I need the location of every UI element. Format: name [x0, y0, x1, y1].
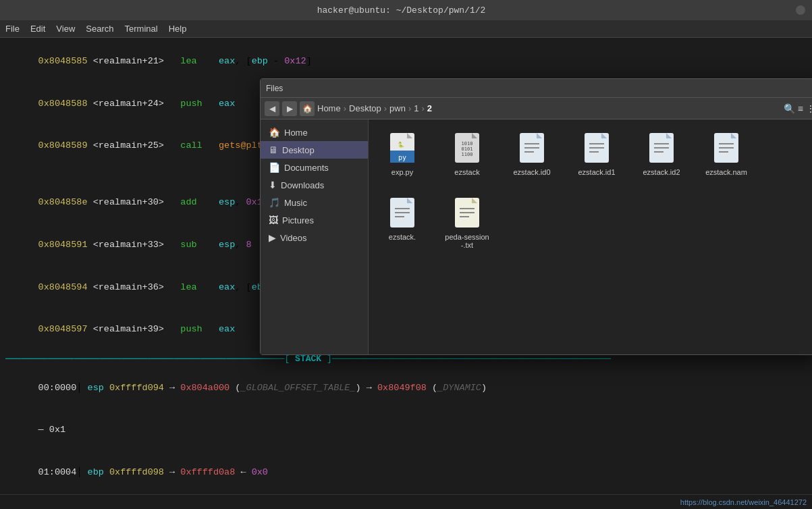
file-ezstack-id2[interactable]: ezstack.id2	[634, 126, 688, 180]
file-exp-py[interactable]: py 🐍 exp.py	[375, 126, 429, 180]
file-ezstack-dot[interactable]: ezstack.	[375, 191, 429, 253]
stack-line-0b: — 0x1	[5, 409, 807, 452]
sidebar-item-videos[interactable]: ▶ Videos	[261, 229, 368, 246]
binary-file-icon: 1010 0101 1100	[451, 130, 483, 165]
fm-title: Files	[266, 84, 283, 93]
doc-file-icon-id2	[645, 130, 678, 165]
status-url: https://blog.csdn.net/weixin_46441272	[680, 498, 807, 506]
sidebar-item-documents[interactable]: 📄 Documents	[261, 159, 368, 176]
menu-bar: File Edit View Search Terminal Help	[0, 20, 812, 38]
sidebar-label-downloads: Downloads	[281, 180, 324, 190]
file-name-ezstack-id1: ezstack.id1	[578, 168, 615, 176]
sidebar-label-desktop: Desktop	[282, 145, 315, 155]
file-ezstack-nam[interactable]: ezstack.nam	[699, 126, 753, 180]
fm-nav-bar: ◀ ▶ 🏠 Home › Desktop › pwn › 1 › 2 🔍 ≡ ⋮	[261, 98, 812, 119]
fm-search-button[interactable]: 🔍	[784, 103, 795, 114]
doc-file-icon-id0	[516, 130, 548, 165]
window-title: hacker@ubuntu: ~/Desktop/pwn/1/2	[7, 5, 796, 16]
filemanager-overlay: Files ◀ ▶ 🏠 Home › Desktop › pwn › 1 › 2	[260, 78, 812, 355]
sidebar-item-music[interactable]: 🎵 Music	[261, 194, 368, 211]
svg-text:py: py	[398, 154, 406, 161]
breadcrumb-2[interactable]: 2	[427, 103, 432, 113]
close-button[interactable]	[796, 5, 805, 15]
sidebar-label-home: Home	[284, 128, 308, 138]
sidebar-item-home[interactable]: 🏠 Home	[261, 124, 368, 141]
file-peda-session[interactable]: peda-session-.txt	[440, 191, 494, 253]
sidebar-label-music: Music	[284, 198, 307, 208]
breadcrumb-home[interactable]: Home	[317, 103, 341, 113]
music-icon: 🎵	[269, 197, 280, 208]
status-bar: https://blog.csdn.net/weixin_46441272	[0, 494, 812, 509]
sidebar-label-documents: Documents	[284, 163, 329, 173]
terminal-window: hacker@ubuntu: ~/Desktop/pwn/1/2 File Ed…	[0, 0, 812, 509]
stack-line-0: 00:0000│ esp 0xffffd094 → 0x804a000 (_GL…	[5, 367, 807, 410]
menu-search[interactable]: Search	[86, 24, 113, 34]
fm-menu-button[interactable]: ⋮	[806, 103, 812, 114]
sidebar-label-pictures: Pictures	[282, 215, 314, 225]
file-name-ezstack-nam: ezstack.nam	[705, 168, 747, 176]
fm-forward-button[interactable]: ▶	[282, 101, 297, 116]
stack-line-1: 01:0004│ ebp 0xffffd098 → 0xffffd0a8 ← 0…	[5, 452, 807, 494]
fm-files-grid: py 🐍 exp.py	[375, 126, 812, 253]
fm-home-button[interactable]: 🏠	[300, 101, 315, 116]
fm-body: 🏠 Home 🖥 Desktop 📄 Documents ⬇ Downloads	[261, 119, 812, 354]
sidebar-label-videos: Videos	[280, 233, 307, 243]
file-name-ezstack-dot: ezstack.	[389, 233, 416, 241]
sidebar-item-desktop[interactable]: 🖥 Desktop	[261, 141, 368, 159]
file-ezstack[interactable]: 1010 0101 1100 ezstack	[440, 126, 494, 180]
file-name-peda-session: peda-session-.txt	[443, 233, 491, 249]
sidebar-item-pictures[interactable]: 🖼 Pictures	[261, 211, 368, 229]
title-bar: hacker@ubuntu: ~/Desktop/pwn/1/2	[0, 0, 812, 20]
breadcrumb-pwn[interactable]: pwn	[389, 103, 406, 113]
videos-icon: ▶	[269, 232, 276, 243]
home-icon: 🏠	[269, 127, 280, 138]
file-name-ezstack-id2: ezstack.id2	[643, 168, 680, 176]
svg-text:1100: 1100	[462, 152, 473, 157]
menu-terminal[interactable]: Terminal	[125, 24, 158, 34]
terminal-content: 0x8048585 <realmain+21> lea eax, [ebp - …	[0, 38, 812, 494]
txt-file-icon	[451, 195, 483, 230]
downloads-icon: ⬇	[269, 180, 277, 190]
fm-sidebar: 🏠 Home 🖥 Desktop 📄 Documents ⬇ Downloads	[261, 119, 369, 354]
doc-file-icon-nam	[710, 130, 742, 165]
menu-view[interactable]: View	[56, 24, 75, 34]
breadcrumb-desktop[interactable]: Desktop	[349, 103, 381, 113]
fm-title-bar: Files	[261, 79, 812, 98]
menu-edit[interactable]: Edit	[30, 24, 45, 34]
file-ezstack-id1[interactable]: ezstack.id1	[570, 126, 624, 180]
svg-text:0101: 0101	[462, 146, 473, 152]
python-file-icon: py 🐍	[386, 130, 418, 165]
file-ezstack-id0[interactable]: ezstack.id0	[505, 126, 559, 180]
fm-main: py 🐍 exp.py	[369, 119, 812, 354]
file-name-ezstack: ezstack	[454, 168, 479, 176]
doc-file-icon-dot	[386, 195, 418, 230]
asm-line-1: 0x8048585 <realmain+21> lea eax, [ebp - …	[5, 41, 807, 83]
breadcrumb-1[interactable]: 1	[414, 103, 418, 113]
pictures-icon: 🖼	[269, 215, 278, 225]
menu-file[interactable]: File	[5, 24, 20, 34]
file-name-exp-py: exp.py	[391, 168, 413, 176]
sidebar-item-downloads[interactable]: ⬇ Downloads	[261, 176, 368, 194]
fm-list-button[interactable]: ≡	[798, 103, 803, 114]
documents-icon: 📄	[269, 162, 280, 173]
file-name-ezstack-id0: ezstack.id0	[513, 168, 550, 176]
menu-help[interactable]: Help	[169, 24, 187, 34]
fm-breadcrumb: Home › Desktop › pwn › 1 › 2	[317, 103, 781, 113]
fm-back-button[interactable]: ◀	[265, 101, 279, 116]
svg-text:🐍: 🐍	[398, 141, 404, 148]
svg-text:1010: 1010	[462, 141, 473, 146]
desktop-icon: 🖥	[269, 144, 278, 155]
doc-file-icon-id1	[580, 130, 613, 165]
